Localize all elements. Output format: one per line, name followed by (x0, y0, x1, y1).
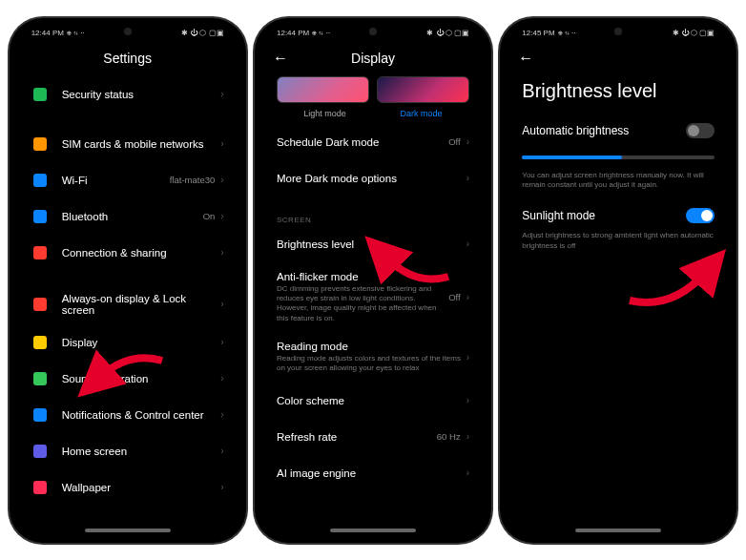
chevron-right-icon: › (220, 373, 223, 384)
row-value: 60 Hz (437, 431, 461, 442)
settings-row-sound-vibration[interactable]: Sound & vibration› (20, 361, 236, 397)
dark-mode-label[interactable]: Dark mode (373, 109, 469, 118)
status-right-icons: ✱ ⏻ ⬡ ▢▣ (673, 29, 715, 37)
header: ← (505, 44, 732, 76)
display-row-ai-image-engine[interactable]: AI image engine› (265, 455, 481, 491)
row-desc: DC dimming prevents extensive flickering… (277, 284, 448, 324)
page-title: Brightness level (505, 76, 732, 115)
page-title: Display (259, 51, 487, 66)
row-label: Sound & vibration (62, 373, 221, 384)
sunlight-caption: Adjust brightness to strong ambient ligh… (505, 231, 732, 261)
page-title: Settings (14, 51, 241, 66)
settings-list[interactable]: Security status›SIM cards & mobile netwo… (14, 76, 241, 529)
chevron-right-icon: › (220, 337, 223, 347)
chevron-right-icon: › (466, 136, 469, 147)
display-row-more-dark-mode-options[interactable]: More Dark mode options› (265, 160, 481, 197)
row-label: Home screen (62, 446, 221, 457)
row-label: SIM cards & mobile networks (62, 138, 221, 150)
settings-row-wallpaper[interactable]: Wallpaper› (20, 469, 236, 506)
phone-brightness: 12:45 PM⎈ ⇅ ·· ✱ ⏻ ⬡ ▢▣ ← Brightness lev… (500, 18, 736, 543)
display-row-color-scheme[interactable]: Color scheme› (265, 383, 481, 419)
row-label: Schedule Dark mode (277, 136, 448, 148)
sound-icon (31, 370, 49, 387)
chevron-right-icon: › (220, 446, 223, 456)
chevron-right-icon: › (466, 352, 469, 363)
settings-row-security-status[interactable]: Security status› (20, 76, 236, 113)
chevron-right-icon: › (466, 431, 469, 442)
back-button[interactable]: ← (273, 50, 288, 67)
row-label: Reading mode (277, 341, 466, 352)
chevron-right-icon: › (220, 89, 223, 99)
row-label: Always-on display & Lock screen (62, 293, 221, 316)
settings-row-home-screen[interactable]: Home screen› (20, 433, 236, 469)
chevron-right-icon: › (220, 409, 223, 420)
link-icon (31, 244, 49, 261)
sunlight-mode-toggle[interactable] (686, 208, 715, 223)
chevron-right-icon: › (466, 173, 469, 183)
display-row-schedule-dark-mode[interactable]: Schedule Dark modeOff› (265, 124, 481, 160)
row-label: AI image engine (277, 467, 466, 479)
bluetooth-icon (31, 208, 49, 225)
settings-row-always-on-display-lock-screen[interactable]: Always-on display & Lock screen› (20, 284, 236, 324)
brightness-fill (522, 156, 622, 159)
nav-bar[interactable] (330, 529, 416, 532)
settings-row-bluetooth[interactable]: BluetoothOn› (20, 198, 236, 235)
row-label: Connection & sharing (62, 247, 221, 259)
sunlight-mode-row[interactable]: Sunlight mode (505, 200, 732, 231)
camera-notch (614, 28, 622, 35)
back-button[interactable]: ← (518, 50, 533, 67)
row-value: On (203, 211, 216, 221)
home-icon (31, 443, 49, 460)
display-row-brightness-level[interactable]: Brightness level› (265, 226, 481, 262)
header: ← Display (259, 44, 487, 76)
brightness-caption: You can adjust screen brightness manuall… (505, 171, 732, 201)
auto-brightness-toggle[interactable] (686, 123, 715, 138)
row-value: flat-mate30 (170, 175, 216, 185)
camera-notch (369, 28, 377, 35)
settings-row-notifications-control-center[interactable]: Notifications & Control center› (20, 397, 236, 433)
wallpaper-icon (31, 479, 49, 496)
wifi-icon (31, 172, 49, 189)
status-left-icons: ⎈ ⇅ ·· (312, 29, 330, 37)
row-value: Off (448, 136, 461, 147)
chevron-right-icon: › (220, 247, 223, 258)
dark-mode-thumb[interactable] (377, 76, 469, 103)
sun-icon (31, 334, 49, 351)
row-label: Display (62, 337, 221, 348)
chevron-right-icon: › (220, 482, 223, 492)
sim-icon (31, 135, 49, 153)
chevron-right-icon: › (466, 239, 469, 249)
nav-bar[interactable] (85, 529, 171, 532)
notif-icon (31, 406, 49, 424)
row-label: More Dark mode options (277, 173, 466, 184)
row-label: Bluetooth (62, 211, 203, 222)
settings-row-wi-fi[interactable]: Wi-Fiflat-mate30› (20, 162, 236, 198)
status-right-icons: ✱ ⏻ ⬡ ▢▣ (426, 29, 469, 37)
row-desc: Reading mode adjusts colors and textures… (277, 354, 466, 374)
display-row-anti-flicker-mode[interactable]: Anti-flicker modeDC dimming prevents ext… (265, 262, 481, 333)
light-mode-label[interactable]: Light mode (277, 109, 373, 118)
theme-thumbs (265, 76, 481, 107)
brightness-slider[interactable] (522, 156, 715, 159)
row-label: Wallpaper (62, 482, 221, 493)
light-mode-thumb[interactable] (277, 76, 369, 103)
shield-icon (31, 86, 49, 103)
status-left-icons: ⎈ ⇅ ·· (67, 29, 85, 37)
chevron-right-icon: › (466, 467, 469, 478)
chevron-right-icon: › (220, 299, 223, 309)
camera-notch (124, 28, 132, 35)
nav-bar[interactable] (575, 529, 661, 532)
settings-row-sim-cards-mobile-networks[interactable]: SIM cards & mobile networks› (20, 126, 236, 162)
row-label: Refresh rate (277, 431, 437, 443)
phone-display: 12:44 PM⎈ ⇅ ·· ✱ ⏻ ⬡ ▢▣ ← Display Light … (255, 18, 491, 543)
settings-row-display[interactable]: Display› (20, 324, 236, 361)
row-label: Anti-flicker mode (277, 271, 448, 282)
display-row-refresh-rate[interactable]: Refresh rate60 Hz› (265, 419, 481, 455)
settings-row-connection-sharing[interactable]: Connection & sharing› (20, 235, 236, 271)
row-label: Security status (62, 89, 221, 100)
auto-brightness-row[interactable]: Automatic brightness (505, 115, 732, 146)
auto-brightness-label: Automatic brightness (522, 124, 629, 137)
clock: 12:45 PM (522, 29, 554, 37)
display-content[interactable]: Light mode Dark mode Schedule Dark modeO… (259, 76, 487, 529)
display-row-reading-mode[interactable]: Reading modeReading mode adjusts colors … (265, 332, 481, 383)
